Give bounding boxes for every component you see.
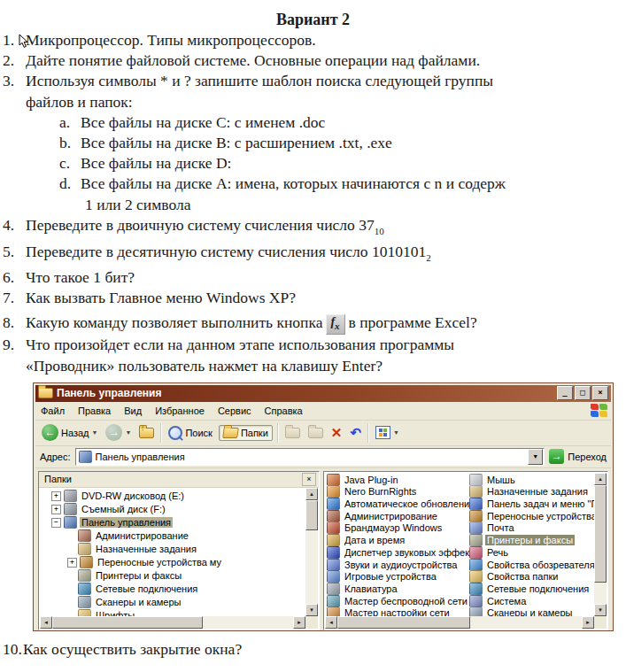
question-text: Микропроцессор. Типы микропроцессоров.: [26, 30, 316, 50]
undo-button[interactable]: ↶: [348, 425, 363, 440]
move-to-button[interactable]: [283, 427, 302, 439]
list-item[interactable]: Диспетчер звуковых эффектов: [327, 546, 469, 559]
question-number: 4.: [0, 215, 26, 242]
list-item-label: Nero BurnRights: [343, 486, 418, 497]
list-item[interactable]: Почта: [469, 522, 594, 535]
question-letter: d.: [57, 174, 81, 194]
list-item[interactable]: Дата и время: [327, 534, 469, 546]
list-item[interactable]: Администрирование: [327, 510, 469, 522]
number-base-subscript: 10: [375, 225, 384, 236]
list-item[interactable]: Звуки и аудиоустройства: [327, 559, 469, 571]
back-dropdown-icon[interactable]: ▼: [92, 429, 98, 436]
tree-item[interactable]: −Панель управления: [40, 516, 305, 529]
list-vertical-scrollbar[interactable]: ▲ ▼: [594, 473, 607, 616]
minimize-button[interactable]: _: [557, 386, 573, 400]
menu-item[interactable]: Избранное: [155, 406, 205, 416]
search-button[interactable]: Поиск: [166, 425, 213, 441]
tree-item[interactable]: Принтеры и факсы: [40, 569, 305, 583]
list-item-label: Принтеры и факсы: [485, 535, 575, 545]
list-item[interactable]: Игровые устройства: [327, 570, 469, 583]
list-item[interactable]: Брандмауэр Windows: [327, 522, 469, 535]
tree-item[interactable]: Назначенные задания: [40, 543, 305, 556]
close-button[interactable]: ×: [592, 386, 608, 400]
scroll-left-button[interactable]: ◄: [40, 616, 52, 629]
up-button[interactable]: ↑: [137, 427, 156, 439]
address-dropdown-button[interactable]: ▼: [528, 449, 543, 465]
list-horizontal-scrollbar[interactable]: ◄ ►: [325, 616, 594, 629]
scrollbar-thumb[interactable]: [337, 616, 470, 629]
tree-item-label: Назначенные задания: [94, 544, 198, 554]
menu-item[interactable]: Вид: [124, 406, 142, 416]
tree-item[interactable]: +DVD-RW дисковод (E:): [40, 490, 305, 503]
list-item-label: Панель задач и меню "Пуск": [485, 498, 594, 509]
maximize-button[interactable]: □: [575, 386, 591, 400]
tree-expander-icon[interactable]: +: [51, 491, 61, 501]
forward-dropdown-icon[interactable]: ▼: [125, 429, 131, 436]
copy-to-button[interactable]: [306, 427, 325, 439]
tree-expander-icon[interactable]: +: [67, 558, 77, 568]
scroll-up-button[interactable]: ▲: [594, 473, 607, 485]
list-item[interactable]: Принтеры и факсы: [469, 534, 594, 546]
network-wizard-icon: [327, 606, 340, 615]
list-item[interactable]: Свойства обозревателя: [469, 559, 594, 571]
keyboard-icon: [327, 583, 340, 595]
list-item[interactable]: Мышь: [469, 474, 594, 486]
tree-item[interactable]: +Переносные устройства му: [40, 556, 305, 569]
tree-item[interactable]: Администрирование: [40, 529, 305, 543]
control-panel-icon: [64, 516, 77, 529]
tree-item[interactable]: +Съемный диск (F:): [40, 503, 305, 516]
back-icon: ←: [42, 424, 58, 441]
scroll-left-button[interactable]: ◄: [325, 616, 337, 629]
tree-item[interactable]: Сетевые подключения: [40, 583, 305, 596]
list-item[interactable]: Сканеры и камеры: [469, 606, 594, 615]
scroll-right-button[interactable]: ►: [293, 616, 305, 629]
list-item[interactable]: Переносные устройства мульт: [469, 510, 594, 522]
window-folder-icon: [38, 388, 53, 398]
tree-item-label: Сетевые подключения: [94, 583, 199, 594]
list-item[interactable]: Клавиатура: [327, 583, 469, 595]
back-button[interactable]: ← Назад ▼: [40, 423, 99, 442]
folders-button[interactable]: Папки: [219, 425, 273, 441]
list-item[interactable]: Речь: [469, 546, 594, 559]
scroll-right-button[interactable]: ►: [582, 616, 594, 629]
menu-item[interactable]: Справка: [265, 406, 303, 416]
delete-button[interactable]: ✕: [329, 425, 344, 440]
list-item[interactable]: Панель задач и меню "Пуск": [469, 498, 594, 510]
forward-icon: →: [105, 424, 122, 441]
title-bar[interactable]: Панель управления _ □ ×: [35, 385, 611, 402]
tree-item[interactable]: Шрифты: [40, 609, 305, 616]
tree-expander-icon[interactable]: +: [51, 505, 61, 514]
scrollbar-thumb[interactable]: [52, 616, 203, 629]
tree-vertical-scrollbar[interactable]: ▲ ▼: [305, 488, 318, 616]
list-item[interactable]: Автоматическое обновление: [327, 498, 469, 510]
address-input[interactable]: Панель управления ▼: [75, 448, 545, 466]
tree-horizontal-scrollbar[interactable]: ◄ ►: [40, 616, 305, 629]
scrollbar-thumb[interactable]: [594, 485, 607, 583]
list-item[interactable]: Java Plug-in: [327, 474, 469, 486]
auto-update-icon: [327, 498, 340, 510]
tree-expander-spacer: [67, 532, 75, 540]
scroll-up-button[interactable]: ▲: [305, 488, 318, 500]
forward-button[interactable]: → ▼: [104, 423, 133, 442]
list-item-label: Свойства папки: [485, 571, 560, 582]
address-label: Адрес:: [40, 452, 71, 462]
scroll-down-button[interactable]: ▼: [594, 604, 607, 616]
tree-expander-icon[interactable]: −: [51, 518, 61, 528]
list-item[interactable]: Мастер настройки сети: [327, 606, 469, 615]
list-item[interactable]: Свойства папки: [469, 570, 594, 583]
list-item[interactable]: Система: [469, 595, 594, 607]
menu-item[interactable]: Сервис: [218, 406, 251, 416]
list-item[interactable]: Nero BurnRights: [327, 486, 469, 498]
scrollbar-thumb[interactable]: [305, 500, 318, 530]
close-folders-pane-button[interactable]: ×: [302, 473, 316, 486]
views-button[interactable]: ▼: [374, 425, 401, 440]
scroll-down-button[interactable]: ▼: [305, 604, 318, 616]
menu-item[interactable]: Файл: [41, 406, 65, 416]
sound-effects-icon: [327, 546, 340, 559]
list-item[interactable]: Сетевые подключения: [469, 583, 594, 595]
tree-item[interactable]: Сканеры и камеры: [40, 596, 305, 609]
list-item[interactable]: Мастер беспроводной сети: [327, 595, 469, 607]
go-button[interactable]: → Переход: [549, 449, 607, 464]
list-item[interactable]: Назначенные задания: [469, 486, 594, 498]
menu-item[interactable]: Правка: [78, 406, 111, 416]
